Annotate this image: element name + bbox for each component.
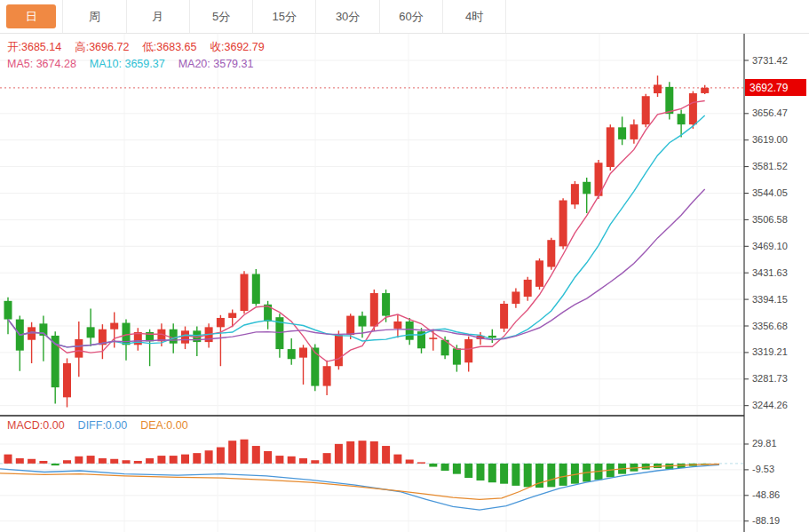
- macd-bar: [110, 459, 118, 464]
- macd-bar: [370, 441, 378, 464]
- macd-bar: [157, 456, 165, 464]
- price-tick-12: 3244.26: [752, 400, 805, 410]
- ma-value-0: MA5: 3674.28: [7, 58, 76, 70]
- candle-body: [535, 260, 543, 287]
- macd-bar: [193, 453, 201, 464]
- macd-value-0: MACD:0.00: [7, 419, 65, 432]
- price-tick-0: 3731.42: [752, 55, 805, 66]
- tab-15min[interactable]: 15分: [253, 0, 316, 33]
- candle-body: [559, 201, 567, 247]
- candle-body: [406, 322, 414, 340]
- price-tick-1: 3656.47: [752, 107, 805, 118]
- candle-body: [665, 87, 673, 114]
- price-tick-9: 3356.68: [752, 321, 805, 331]
- ohlc-row: 开:3685.14高:3696.72低:3683.65收:3692.79: [7, 40, 265, 55]
- candle-body: [689, 93, 697, 124]
- candle-body: [547, 240, 555, 266]
- candle-body: [642, 96, 650, 124]
- macd-bar: [241, 440, 249, 464]
- macd-bar: [264, 451, 272, 464]
- candle-body: [170, 330, 178, 344]
- macd-bar: [299, 458, 307, 464]
- macd-bar: [146, 458, 154, 464]
- ohlc-value-1: 高:3696.72: [75, 40, 129, 55]
- macd-bar: [393, 455, 401, 464]
- macd-bar: [217, 448, 225, 464]
- macd-value-2: DEA:0.00: [140, 419, 188, 432]
- tab-day-active-pill[interactable]: 日: [6, 4, 56, 28]
- kline-chart-app: 日周月5分15分30分60分4时 开:3685.14高:3696.72低:368…: [0, 0, 809, 532]
- macd-bar: [500, 464, 508, 484]
- tab-month[interactable]: 月: [127, 0, 190, 33]
- ma-value-2: MA20: 3579.31: [178, 58, 254, 70]
- macd-bar: [123, 460, 131, 464]
- macd-bar: [4, 455, 12, 464]
- macd-bar: [52, 464, 59, 465]
- ma-value-1: MA10: 3659.37: [90, 58, 165, 70]
- chart-canvas[interactable]: [0, 0, 809, 532]
- tab-30min[interactable]: 30分: [316, 0, 379, 33]
- macd-bar: [488, 464, 496, 482]
- tab-4hour[interactable]: 4时: [443, 0, 506, 33]
- candle-body: [63, 363, 71, 397]
- macd-bar: [406, 459, 414, 463]
- price-tick-5: 3506.58: [752, 214, 805, 225]
- price-tick-8: 3394.15: [752, 294, 805, 305]
- candle-body: [464, 339, 472, 362]
- price-tick-7: 3431.63: [752, 267, 805, 278]
- macd-bar: [441, 464, 449, 471]
- tab-60min[interactable]: 60分: [380, 0, 443, 33]
- candle-body: [288, 349, 296, 359]
- candle-body: [299, 347, 307, 357]
- price-tick-10: 3319.21: [752, 346, 805, 357]
- current-price-tag: 3692.79: [745, 79, 806, 96]
- candle-body: [512, 291, 520, 304]
- macd-bar: [28, 459, 36, 464]
- macd-bar: [311, 460, 319, 464]
- candle-body: [701, 88, 709, 93]
- candle-body: [429, 337, 437, 339]
- candle-body: [571, 184, 579, 204]
- candle-body: [241, 274, 249, 310]
- ohlc-value-3: 收:3692.79: [210, 40, 265, 55]
- candle-body: [500, 304, 508, 329]
- candle-body: [4, 301, 12, 320]
- candle-body: [488, 336, 496, 337]
- candle-body: [252, 274, 260, 304]
- candle-body: [607, 127, 615, 167]
- candle-body: [217, 318, 225, 327]
- macd-bar: [512, 464, 520, 486]
- candle-body: [370, 293, 378, 327]
- ohlc-value-2: 低:3683.65: [142, 40, 196, 55]
- candle-body: [110, 323, 118, 330]
- candle-body: [323, 366, 331, 385]
- macd-bar: [205, 450, 213, 464]
- candle-body: [654, 84, 662, 93]
- macd-bar: [181, 455, 189, 464]
- ma-indicator-row: MA5: 3674.28MA10: 3659.37MA20: 3579.31: [7, 58, 253, 70]
- macd-bar: [134, 461, 142, 464]
- tab-week[interactable]: 周: [63, 0, 126, 33]
- price-tick-6: 3469.10: [752, 241, 805, 251]
- ohlc-value-0: 开:3685.14: [7, 40, 61, 55]
- macd-tick-3: -88.19: [752, 515, 805, 526]
- candle-body: [583, 182, 591, 195]
- macd-bar: [547, 464, 555, 487]
- macd-bar: [228, 441, 236, 464]
- candle-body: [453, 348, 461, 364]
- candle-body: [382, 293, 390, 316]
- macd-tick-1: -9.53: [752, 464, 805, 474]
- price-tick-3: 3581.52: [752, 161, 805, 171]
- candle-body: [678, 114, 686, 124]
- macd-bar: [252, 446, 260, 464]
- macd-tick-2: -48.86: [752, 489, 805, 500]
- macd-bar: [323, 453, 331, 464]
- price-tick-4: 3544.05: [752, 187, 805, 198]
- tab-day[interactable]: 日: [0, 0, 63, 33]
- macd-bar: [39, 461, 47, 464]
- candle-body: [87, 327, 95, 337]
- tab-5min[interactable]: 5分: [190, 0, 253, 33]
- macd-bar: [453, 464, 461, 474]
- macd-bar: [346, 441, 354, 464]
- candle-body: [393, 322, 401, 329]
